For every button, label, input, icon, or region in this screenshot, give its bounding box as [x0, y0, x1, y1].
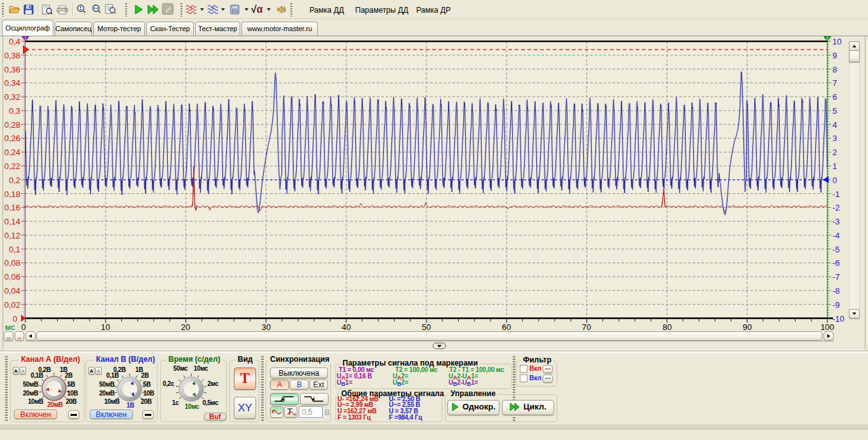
svg-text:1: 1 — [24, 36, 27, 41]
svg-text:2: 2 — [826, 36, 829, 41]
